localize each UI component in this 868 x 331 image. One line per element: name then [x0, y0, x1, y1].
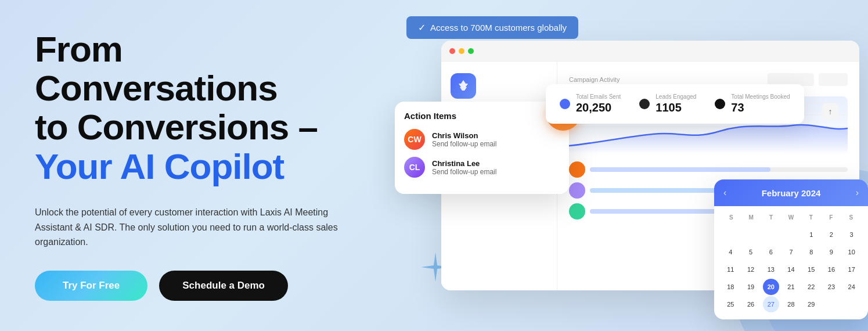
action-desc-1: Send follow-up email: [432, 140, 560, 148]
day-name-f: F: [821, 213, 841, 222]
cal-cell-17[interactable]: 17: [844, 261, 860, 278]
badge-text: Access to 700M customers globally: [430, 23, 567, 33]
cal-cell-empty-1: [722, 226, 739, 243]
schedule-demo-button[interactable]: Schedule a Demo: [159, 271, 288, 301]
calendar-body: S M T W T F S 1 2 3: [714, 206, 868, 319]
card-titlebar: [441, 41, 859, 62]
cal-cell-15[interactable]: 15: [803, 261, 819, 278]
check-icon: ✓: [418, 22, 426, 33]
campaign-label: Campaign Activity: [569, 76, 620, 83]
action-item-1: CW Chris Wilson Send follow-up email: [404, 129, 560, 150]
stat-value-meetings: 73: [731, 101, 790, 114]
action-items-card: Action Items CW CW Chris Wilson Send fol…: [395, 102, 569, 194]
stat-label-emails: Total Emails Sent: [576, 93, 621, 100]
cal-cell-empty-5: [823, 296, 840, 312]
stat-dot-black: [715, 99, 725, 109]
stat-label-leads: Leads Engaged: [655, 93, 696, 100]
calendar-card: ‹ February 2024 › S M T W T F S: [714, 179, 868, 319]
cta-buttons: Try For Free Schedule a Demo: [35, 271, 372, 301]
cal-cell-12[interactable]: 12: [743, 261, 759, 278]
avatar-chris: CW: [404, 129, 425, 150]
people-avatar-2: [569, 182, 585, 199]
cal-cell-3[interactable]: 3: [844, 226, 860, 243]
people-bar-1: [590, 167, 848, 172]
cal-cell-8[interactable]: 8: [803, 244, 819, 260]
calendar-header: ‹ February 2024 ›: [714, 179, 868, 206]
people-avatar-3: [569, 203, 585, 220]
cal-cell-25[interactable]: 25: [722, 296, 739, 312]
action-text-2: Christina Lee Send follow-up email: [432, 159, 560, 176]
cal-cell-18[interactable]: 18: [722, 279, 739, 295]
cal-cell-14[interactable]: 14: [783, 261, 799, 278]
cal-cell-10[interactable]: 10: [844, 244, 860, 260]
filter-pill-2: [819, 73, 848, 86]
cal-cell-28[interactable]: 28: [783, 296, 799, 312]
calendar-next-button[interactable]: ›: [856, 188, 859, 198]
action-name-1: Chris Wilson: [432, 131, 560, 140]
people-bar-fill-2: [590, 188, 719, 193]
cal-cell-29[interactable]: 29: [803, 296, 819, 312]
headline-blue: Your AI Copilot: [35, 146, 284, 186]
stat-emails: Total Emails Sent 20,250: [560, 93, 621, 114]
calendar-month: February 2024: [762, 188, 821, 198]
right-panel: ✓ Access to 700M customers globally Dash…: [395, 0, 868, 331]
cal-cell-6[interactable]: 6: [763, 244, 779, 260]
stats-overlay-card: Total Emails Sent 20,250 Leads Engaged 1…: [546, 84, 804, 124]
people-row-1: [569, 161, 848, 178]
headline: From Conversations to Conversions – Your…: [35, 30, 372, 186]
cal-cell-21[interactable]: 21: [783, 279, 799, 295]
dot-yellow: [459, 48, 464, 54]
action-desc-2: Send follow-up email: [432, 168, 560, 176]
cal-cell-13[interactable]: 13: [763, 261, 779, 278]
cal-cell-empty-2: [743, 226, 759, 243]
avatar-christina: CL: [404, 157, 425, 178]
calendar-day-names: S M T W T F S: [721, 213, 861, 222]
stat-leads: Leads Engaged 1105: [639, 93, 696, 114]
stat-dot-blue: [560, 99, 570, 109]
dot-green: [468, 48, 474, 54]
dot-red: [449, 48, 455, 54]
upload-icon: ↑: [822, 103, 838, 120]
sidebar-logo: [451, 73, 476, 99]
cal-cell-5[interactable]: 5: [743, 244, 759, 260]
headline-line2: to Conversions –: [35, 107, 318, 147]
cal-cell-empty-3: [763, 226, 779, 243]
hero-section: From Conversations to Conversions – Your…: [0, 0, 868, 331]
people-bar-fill-1: [590, 167, 770, 172]
cal-cell-empty-6: [844, 296, 860, 312]
stat-value-emails: 20,250: [576, 101, 621, 114]
cal-cell-26[interactable]: 26: [743, 296, 759, 312]
stat-meetings: Total Meetings Booked 73: [715, 93, 790, 114]
action-item-2: CL Christina Lee Send follow-up email: [404, 157, 560, 178]
cal-cell-23[interactable]: 23: [823, 279, 840, 295]
cal-cell-7[interactable]: 7: [783, 244, 799, 260]
cal-cell-27-light[interactable]: 27: [763, 296, 779, 312]
calendar-grid: 1 2 3 4 5 6 7 8 9 10 11 12 13 14 15: [721, 226, 861, 312]
day-name-t1: T: [761, 213, 781, 222]
cal-cell-empty-4: [783, 226, 799, 243]
action-items-title: Action Items: [404, 111, 560, 121]
stat-value-leads: 1105: [655, 101, 696, 114]
cal-cell-16[interactable]: 16: [823, 261, 840, 278]
cal-cell-20-selected[interactable]: 20: [763, 279, 779, 295]
stat-info-meetings: Total Meetings Booked 73: [731, 93, 790, 114]
cal-cell-1[interactable]: 1: [803, 226, 819, 243]
cal-cell-4[interactable]: 4: [722, 244, 739, 260]
cal-cell-11[interactable]: 11: [722, 261, 739, 278]
access-badge: ✓ Access to 700M customers globally: [406, 16, 578, 39]
hero-subtext: Unlock the potential of every customer i…: [35, 205, 360, 250]
cal-cell-19[interactable]: 19: [743, 279, 759, 295]
day-name-s2: S: [841, 213, 861, 222]
action-text-1: Chris Wilson Send follow-up email: [432, 131, 560, 148]
cal-cell-24[interactable]: 24: [844, 279, 860, 295]
day-name-m: M: [741, 213, 761, 222]
calendar-prev-button[interactable]: ‹: [723, 188, 726, 198]
try-free-button[interactable]: Try For Free: [35, 271, 147, 301]
cal-cell-2[interactable]: 2: [823, 226, 840, 243]
cal-cell-22[interactable]: 22: [803, 279, 819, 295]
cal-cell-9[interactable]: 9: [823, 244, 840, 260]
stat-dot-dark: [639, 99, 650, 109]
day-name-t2: T: [801, 213, 821, 222]
stat-info-leads: Leads Engaged 1105: [655, 93, 696, 114]
stat-label-meetings: Total Meetings Booked: [731, 93, 790, 100]
